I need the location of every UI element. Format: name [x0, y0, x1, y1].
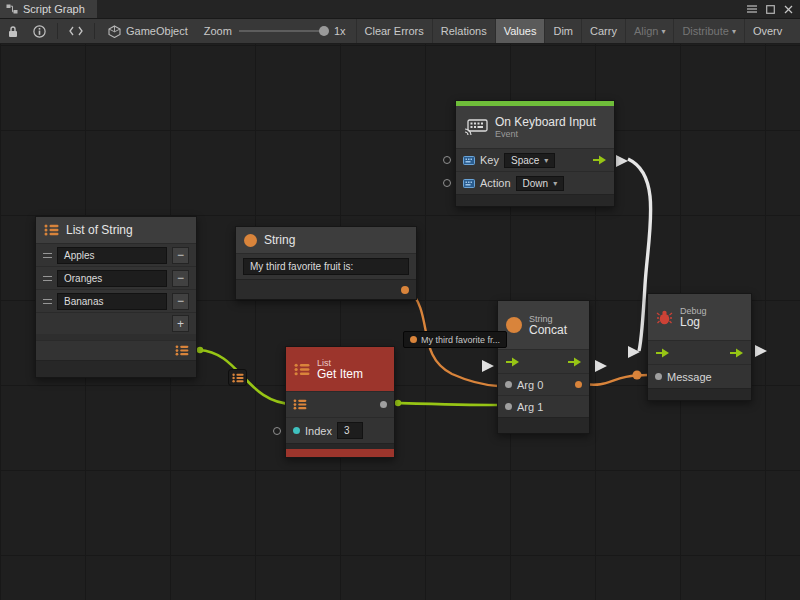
node-concat[interactable]: String Concat Arg 0 Arg 1: [497, 300, 590, 434]
relations-button[interactable]: Relations: [432, 19, 495, 43]
flow-triangle: [755, 345, 767, 357]
input-port[interactable]: [273, 427, 281, 435]
lock-icon: [7, 25, 19, 38]
trigger-output-port[interactable]: [567, 357, 582, 367]
graph-canvas[interactable]: My third favorite fr... On Keyboard Inpu…: [0, 44, 800, 600]
node-list-of-string[interactable]: List of String Apples − Oranges − Banana…: [35, 216, 197, 378]
remove-item-button[interactable]: −: [172, 293, 189, 310]
drag-handle-icon[interactable]: [43, 253, 52, 258]
key-row: Key Space▾: [456, 148, 614, 171]
arg1-input-port[interactable]: [505, 403, 512, 410]
string-icon: [506, 317, 522, 333]
node-header[interactable]: String: [236, 227, 416, 253]
drag-handle-icon[interactable]: [43, 299, 52, 304]
node-get-item[interactable]: List Get Item Index 3: [285, 346, 395, 458]
node-header[interactable]: String Concat: [498, 301, 589, 349]
maximize-icon[interactable]: [766, 5, 775, 14]
node-string-literal[interactable]: String My third favorite fruit is:: [235, 226, 417, 300]
key-dropdown[interactable]: Space▾: [504, 153, 555, 168]
node-header[interactable]: List of String: [36, 217, 196, 243]
add-item-button[interactable]: +: [172, 315, 189, 332]
menu-icon[interactable]: [747, 5, 757, 13]
zoom-slider[interactable]: [239, 30, 327, 32]
zoom-slider-handle[interactable]: [319, 26, 329, 36]
arg0-input-port[interactable]: [505, 381, 512, 388]
list-item-row: Oranges −: [36, 266, 196, 289]
arg1-label: Arg 1: [517, 401, 543, 413]
flow-triangle: [482, 360, 494, 372]
node-accent-bar: [286, 449, 394, 457]
gameobject-label: GameObject: [126, 25, 188, 37]
trigger-input-port[interactable]: [505, 357, 520, 367]
arg1-row: Arg 1: [498, 395, 589, 417]
chevron-down-icon: ▾: [732, 27, 736, 36]
string-port-icon: [410, 336, 417, 343]
trigger-row: [648, 340, 751, 364]
node-category: String: [529, 314, 567, 324]
info-button[interactable]: [26, 19, 52, 43]
action-row: Action Down▾: [456, 171, 614, 194]
node-title: Concat: [529, 324, 567, 337]
add-item-row: +: [36, 312, 196, 334]
node-footer: [456, 194, 614, 206]
flow-triangle: [628, 346, 640, 358]
arg0-row: Arg 0: [498, 373, 589, 395]
toolbar-separator: [94, 23, 95, 39]
list-icon: [232, 373, 244, 383]
trigger-output-port[interactable]: [592, 155, 607, 165]
list-output-port[interactable]: [175, 345, 189, 356]
node-title: Get Item: [317, 368, 363, 381]
wire-endpoint-dot: [197, 347, 203, 353]
trigger-row: [498, 349, 589, 373]
bug-icon: [656, 310, 673, 325]
key-value: Space: [511, 155, 539, 166]
node-header[interactable]: On Keyboard Input Event: [456, 106, 614, 148]
graph-toolbar: GameObject Zoom 1x Clear Errors Relation…: [0, 18, 800, 44]
carry-button[interactable]: Carry: [581, 19, 625, 43]
distribute-button[interactable]: Distribute▾: [673, 19, 743, 43]
remove-item-button[interactable]: −: [172, 247, 189, 264]
align-label: Align: [634, 25, 658, 37]
string-value-field[interactable]: My third favorite fruit is:: [243, 258, 409, 275]
align-button[interactable]: Align▾: [625, 19, 673, 43]
node-footer: [648, 388, 751, 400]
list-item-field[interactable]: Apples: [57, 247, 167, 264]
overview-button[interactable]: Overv: [744, 19, 790, 43]
drag-handle-icon[interactable]: [43, 276, 52, 281]
trigger-input-port[interactable]: [655, 348, 670, 358]
gameobject-selector[interactable]: GameObject: [100, 19, 196, 43]
dim-button[interactable]: Dim: [544, 19, 581, 43]
node-footer: [498, 417, 589, 433]
trigger-output-port[interactable]: [729, 348, 744, 358]
string-output-row: [236, 279, 416, 299]
key-label: Key: [480, 154, 499, 166]
remove-item-button[interactable]: −: [172, 270, 189, 287]
node-header[interactable]: Debug Log: [648, 294, 751, 340]
value-tooltip-text: My third favorite fr...: [421, 335, 500, 345]
input-port[interactable]: [443, 179, 451, 187]
index-input-port[interactable]: [293, 427, 300, 434]
message-input-port[interactable]: [655, 373, 662, 380]
values-button[interactable]: Values: [495, 19, 545, 43]
node-title: String: [264, 234, 295, 247]
string-output-port[interactable]: [401, 286, 409, 294]
node-on-keyboard-input[interactable]: On Keyboard Input Event Key Space▾ Actio…: [455, 100, 615, 207]
item-output-port[interactable]: [380, 401, 387, 408]
close-icon[interactable]: [784, 5, 793, 14]
list-input-port[interactable]: [293, 399, 307, 410]
list-item-field[interactable]: Bananas: [57, 293, 167, 310]
node-header[interactable]: List Get Item: [286, 347, 394, 391]
zoom-value: 1x: [334, 25, 346, 37]
code-button[interactable]: [63, 19, 89, 43]
list-item-field[interactable]: Oranges: [57, 270, 167, 287]
script-graph-tab[interactable]: Script Graph: [0, 0, 97, 18]
list-item-row: Bananas −: [36, 289, 196, 312]
clear-errors-button[interactable]: Clear Errors: [356, 19, 432, 43]
index-field[interactable]: 3: [337, 422, 363, 439]
lock-button[interactable]: [0, 19, 26, 43]
input-port[interactable]: [443, 156, 451, 164]
flow-triangle: [616, 155, 628, 167]
result-output-port[interactable]: [575, 381, 582, 388]
node-log[interactable]: Debug Log Message: [647, 293, 752, 401]
action-dropdown[interactable]: Down▾: [516, 176, 565, 191]
